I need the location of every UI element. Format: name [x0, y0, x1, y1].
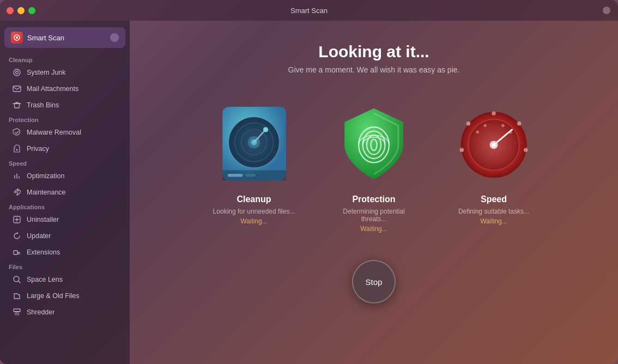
svg-rect-4 — [13, 86, 21, 92]
svg-point-32 — [523, 148, 527, 151]
speed-card: Speed Defining suitable tasks... Waiting… — [450, 101, 537, 233]
trash-bins-icon — [12, 100, 22, 110]
privacy-icon — [12, 144, 22, 154]
svg-rect-23 — [227, 174, 243, 177]
smart-scan-label: Smart Scan — [27, 34, 106, 42]
space-lens-label: Space Lens — [27, 276, 63, 283]
svg-point-43 — [508, 131, 512, 134]
sidebar-item-smart-scan[interactable]: Smart Scan — [4, 27, 125, 48]
smart-scan-icon — [11, 32, 23, 44]
svg-point-40 — [476, 131, 479, 134]
uninstaller-icon — [12, 215, 22, 225]
updater-label: Updater — [27, 232, 51, 240]
speed-card-waiting: Waiting... — [480, 217, 507, 225]
space-lens-icon — [12, 275, 22, 284]
smart-scan-badge — [110, 33, 119, 42]
title-bar: Smart Scan — [0, 0, 618, 21]
cleanup-card: Cleanup Looking for unneeded files... Wa… — [210, 101, 298, 233]
scan-cards: Cleanup Looking for unneeded files... Wa… — [210, 101, 537, 233]
sidebar-item-shredder[interactable]: Shredder — [3, 305, 126, 320]
svg-point-41 — [483, 124, 487, 128]
svg-point-3 — [16, 71, 19, 74]
section-label-protection: Protection — [0, 113, 130, 124]
large-old-files-label: Large & Old Files — [27, 292, 80, 300]
maintenance-label: Maintenance — [27, 189, 66, 196]
content-area: Smart Scan Cleanup System Junk — [0, 21, 618, 364]
svg-rect-10 — [14, 251, 17, 254]
shredder-icon — [12, 307, 22, 317]
svg-rect-12 — [14, 309, 20, 312]
sidebar-item-extensions[interactable]: Extensions — [3, 245, 126, 260]
sidebar: Smart Scan Cleanup System Junk — [0, 21, 130, 364]
cleanup-card-waiting: Waiting... — [240, 217, 268, 225]
large-old-files-icon — [12, 291, 22, 301]
main-window: Smart Scan Smart Scan Cleanup — [0, 0, 618, 364]
cleanup-card-title: Cleanup — [237, 195, 271, 204]
protection-card-icon — [335, 101, 414, 186]
stop-button-label: Stop — [366, 277, 383, 287]
svg-point-33 — [466, 122, 470, 125]
svg-point-30 — [492, 111, 495, 115]
protection-card-title: Protection — [352, 195, 395, 204]
svg-point-39 — [492, 143, 495, 147]
extensions-label: Extensions — [27, 248, 60, 256]
main-content: Looking at it... Give me a moment. We al… — [130, 21, 618, 364]
protection-card-status: Determining potential threats... — [330, 208, 417, 223]
sidebar-item-maintenance[interactable]: Maintenance — [3, 185, 126, 200]
main-subtitle: Give me a moment. We all wish it was eas… — [288, 65, 460, 74]
maintenance-icon — [12, 187, 22, 197]
sidebar-item-uninstaller[interactable]: Uninstaller — [3, 212, 126, 227]
sidebar-item-malware-removal[interactable]: Malware Removal — [3, 125, 126, 140]
stop-button[interactable]: Stop — [352, 260, 396, 304]
mail-attachments-label: Mail Attachments — [27, 85, 78, 93]
svg-point-42 — [501, 124, 505, 128]
cleanup-card-status: Looking for unneeded files... — [213, 208, 295, 215]
svg-point-34 — [459, 148, 463, 151]
close-button[interactable] — [7, 7, 14, 14]
system-junk-icon — [12, 68, 22, 77]
sidebar-item-updater[interactable]: Updater — [3, 228, 126, 244]
speed-card-title: Speed — [481, 195, 507, 204]
section-label-speed: Speed — [0, 157, 130, 168]
svg-rect-24 — [245, 174, 256, 177]
optimization-label: Optimization — [27, 172, 64, 180]
sidebar-item-system-junk[interactable]: System Junk — [3, 65, 126, 80]
sidebar-item-optimization[interactable]: Optimization — [3, 168, 126, 184]
shredder-label: Shredder — [27, 308, 54, 316]
uninstaller-label: Uninstaller — [27, 216, 59, 223]
sidebar-item-trash-bins[interactable]: Trash Bins — [3, 98, 126, 113]
window-controls — [7, 7, 35, 14]
optimization-icon — [12, 171, 22, 181]
svg-point-2 — [14, 69, 20, 76]
protection-card: Protection Determining potential threats… — [330, 101, 417, 233]
protection-card-waiting: Waiting... — [360, 225, 387, 233]
section-label-cleanup: Cleanup — [0, 53, 130, 64]
mail-attachments-icon — [12, 84, 22, 94]
system-junk-label: System Junk — [27, 69, 66, 76]
speed-card-status: Defining suitable tasks... — [458, 208, 529, 215]
sidebar-item-space-lens[interactable]: Space Lens — [3, 272, 126, 287]
malware-removal-icon — [12, 128, 22, 137]
window-title: Smart Scan — [290, 7, 328, 15]
extensions-icon — [12, 247, 22, 257]
sidebar-item-mail-attachments[interactable]: Mail Attachments — [3, 81, 126, 96]
sidebar-item-large-old-files[interactable]: Large & Old Files — [3, 288, 126, 304]
maximize-button[interactable] — [28, 7, 35, 14]
trash-bins-label: Trash Bins — [27, 101, 59, 109]
updater-icon — [12, 231, 22, 241]
cleanup-card-icon — [215, 101, 294, 186]
privacy-label: Privacy — [27, 145, 49, 153]
main-title: Looking at it... — [318, 43, 429, 61]
speed-card-icon — [455, 101, 534, 186]
section-label-applications: Applications — [0, 201, 130, 211]
svg-point-21 — [263, 127, 268, 132]
sidebar-item-privacy[interactable]: Privacy — [3, 141, 126, 156]
svg-point-5 — [16, 149, 18, 151]
malware-removal-label: Malware Removal — [27, 129, 81, 136]
svg-point-1 — [16, 37, 18, 39]
section-label-files: Files — [0, 260, 130, 271]
window-dot-indicator — [603, 7, 610, 14]
svg-point-31 — [517, 122, 520, 125]
minimize-button[interactable] — [17, 7, 25, 14]
